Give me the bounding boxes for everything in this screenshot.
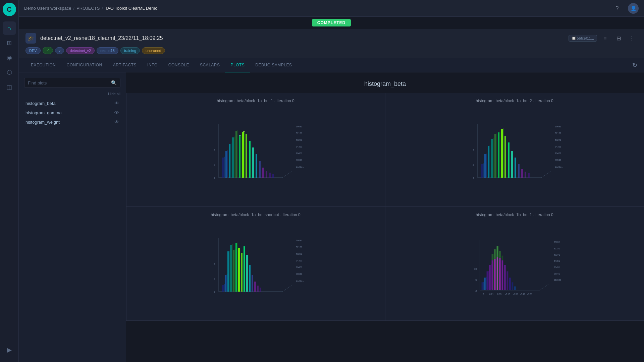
svg-marker-89 — [222, 285, 224, 292]
svg-marker-100 — [252, 275, 253, 292]
plots-area: histogram_beta histogram_beta/block_1a_b… — [126, 72, 644, 362]
eye-icon[interactable]: 👁 — [114, 101, 119, 106]
tab-configuration[interactable]: CONFIGURATION — [61, 58, 108, 72]
more-icon[interactable]: ⋮ — [627, 33, 637, 44]
svg-text:48271: 48271 — [296, 139, 303, 141]
tag-training[interactable]: training — [120, 47, 140, 54]
svg-marker-70 — [489, 145, 490, 178]
svg-marker-21 — [246, 134, 247, 178]
svg-marker-92 — [230, 245, 232, 292]
svg-marker-147 — [497, 246, 498, 257]
svg-marker-16 — [229, 144, 230, 178]
grid-view-icon[interactable]: ⊟ — [613, 33, 624, 44]
avatar[interactable]: 👤 — [628, 3, 639, 14]
refresh-icon[interactable]: ↻ — [632, 62, 637, 69]
projects-link[interactable]: PROJECTS — [76, 6, 100, 11]
svg-text:6: 6 — [473, 148, 475, 152]
plots-grid: histogram_beta/block_1a_bn_1 - Iteration… — [126, 93, 644, 321]
eye-icon[interactable]: 👁 — [114, 119, 119, 125]
hide-all-button[interactable]: Hide all — [24, 92, 120, 96]
tab-info[interactable]: INFO — [142, 58, 163, 72]
svg-marker-62 — [511, 151, 513, 178]
tag-check[interactable]: ✓ — [43, 47, 53, 54]
svg-text:-0.13: -0.13 — [505, 293, 510, 295]
svg-marker-95 — [238, 248, 240, 292]
svg-marker-131 — [482, 282, 483, 290]
plot-canvas-3[interactable]: 2 4 6 16091 32181 48271 64361 80451 9654… — [132, 221, 379, 315]
svg-marker-14 — [222, 158, 224, 178]
svg-marker-132 — [484, 278, 486, 290]
plot-title-1: histogram_beta/block_1a_bn_1 - Iteration… — [217, 99, 294, 103]
list-view-icon[interactable]: ≡ — [600, 33, 610, 44]
sidebar-item-home[interactable]: ⌂ — [3, 21, 16, 35]
svg-marker-102 — [257, 286, 259, 292]
svg-marker-28 — [269, 173, 271, 178]
plot-svg-2: 2 4 6 16091 32181 48271 64361 80451 9654… — [464, 117, 565, 191]
svg-text:16091: 16091 — [296, 125, 303, 128]
eye-icon[interactable]: 👁 — [114, 110, 119, 115]
svg-line-2 — [282, 171, 292, 178]
sidebar-item-workers[interactable]: ◫ — [3, 80, 16, 94]
plot-canvas-1[interactable]: 2 4 6 16091 32181 48271 64361 80451 9654… — [132, 107, 379, 201]
svg-line-41 — [541, 171, 551, 178]
sidebar-item-datasets[interactable]: ◉ — [3, 51, 16, 64]
sidebar-item-projects[interactable]: ⊞ — [3, 36, 16, 50]
svg-marker-144 — [514, 286, 516, 290]
svg-text:64361: 64361 — [555, 145, 561, 148]
svg-text:80451: 80451 — [555, 152, 561, 155]
project-name: TAO Toolkit ClearML Demo — [105, 6, 158, 11]
svg-marker-101 — [254, 282, 256, 292]
logo[interactable]: C — [3, 3, 16, 16]
svg-marker-35 — [234, 136, 235, 178]
plot-canvas-4[interactable]: 2 5 10 0 0.21 0.09 -0.13 -0.36 -0.47 -0.… — [391, 221, 638, 315]
svg-marker-139 — [502, 260, 503, 290]
tab-plots[interactable]: PLOTS — [225, 58, 250, 72]
tag-dev[interactable]: DEV — [25, 47, 41, 54]
tag-detectnet[interactable]: detectnet_v2 — [66, 47, 95, 54]
top-nav: Demo User's workspace / PROJECTS / TAO T… — [19, 0, 644, 17]
search-input[interactable] — [28, 80, 111, 85]
sidebar-item-pipelines[interactable]: ⬡ — [3, 66, 16, 79]
svg-marker-25 — [259, 161, 261, 178]
svg-marker-134 — [489, 265, 491, 290]
content-area: 🔍 Hide all histogram_beta 👁 histogram_ga… — [19, 72, 644, 362]
search-row: 🔍 — [24, 78, 120, 88]
help-icon[interactable]: ? — [612, 3, 623, 14]
tab-console[interactable]: CONSOLE — [163, 58, 195, 72]
sidebar-item-deploy[interactable]: ▶ — [3, 343, 16, 357]
tag-v[interactable]: v — [55, 47, 64, 54]
breadcrumb: Demo User's workspace / PROJECTS / TAO T… — [24, 6, 158, 11]
svg-marker-67 — [528, 173, 530, 178]
list-item[interactable]: histogram_gamma 👁 — [24, 108, 120, 117]
status-badge: COMPLETED — [312, 19, 351, 26]
svg-text:48271: 48271 — [554, 254, 560, 256]
tab-execution[interactable]: EXECUTION — [25, 58, 61, 72]
tab-debug-samples[interactable]: DEBUG SAMPLES — [250, 58, 297, 72]
list-item[interactable]: histogram_beta 👁 — [24, 99, 120, 108]
svg-marker-18 — [235, 131, 237, 178]
svg-line-77 — [282, 285, 292, 292]
svg-text:80451: 80451 — [296, 266, 303, 268]
task-id[interactable]: 🔲 5bfcef11... — [569, 35, 597, 42]
svg-marker-34 — [230, 143, 231, 178]
svg-text:16091: 16091 — [296, 239, 303, 242]
svg-text:112631: 112631 — [555, 166, 562, 168]
tag-unpruned[interactable]: unpruned — [142, 47, 165, 54]
tab-artifacts[interactable]: ARTIFACTS — [108, 58, 142, 72]
svg-marker-15 — [225, 151, 227, 178]
tag-resnet[interactable]: resnet18 — [97, 47, 118, 54]
svg-marker-138 — [499, 258, 501, 290]
svg-marker-93 — [233, 250, 234, 292]
workspace-link[interactable]: Demo User's workspace — [24, 6, 71, 11]
plot-canvas-2[interactable]: 2 4 6 16091 32181 48271 64361 80451 9654… — [391, 107, 638, 201]
search-icon[interactable]: 🔍 — [111, 80, 117, 85]
list-item[interactable]: histogram_weight 👁 — [24, 117, 120, 127]
svg-marker-23 — [252, 147, 254, 178]
svg-marker-66 — [525, 172, 526, 178]
svg-text:48271: 48271 — [296, 253, 303, 255]
svg-text:2: 2 — [475, 289, 477, 292]
svg-text:32181: 32181 — [554, 247, 560, 250]
svg-marker-154 — [493, 253, 494, 290]
plot-cell-1: histogram_beta/block_1a_bn_1 - Iteration… — [126, 93, 385, 207]
tab-scalars[interactable]: SCALARS — [195, 58, 225, 72]
